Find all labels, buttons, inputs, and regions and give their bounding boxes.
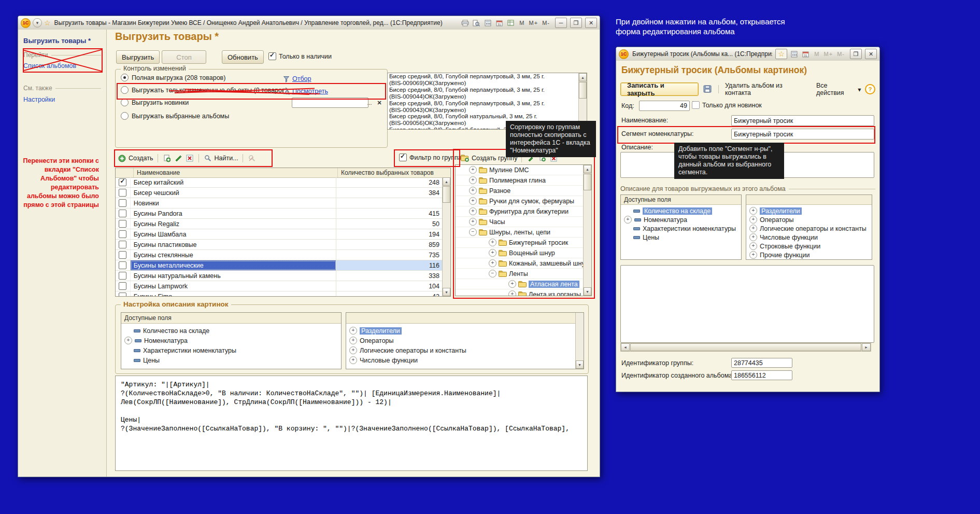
row-name[interactable]: Бусины натуральный камень [131, 271, 336, 281]
field-label[interactable]: Логические операторы и константы [360, 347, 466, 354]
field-item[interactable]: +Номенклатура [621, 215, 741, 224]
filter-by-groups-option[interactable]: Фильтр по группам [399, 154, 466, 161]
view-link-row[interactable]: Посмотреть [281, 87, 328, 96]
field-label[interactable]: Цены [643, 234, 659, 241]
expander-icon[interactable]: + [749, 216, 757, 224]
field-item[interactable]: +Прочие функции [746, 251, 872, 259]
tree-expander-icon[interactable]: + [469, 218, 477, 226]
field-label[interactable]: Характеристики номенклатуры [143, 347, 236, 354]
option-changed-only[interactable]: Выгружать только измененные объекты (0 т… [121, 86, 288, 94]
table-row[interactable]: Бусины пластиковые859 [116, 240, 443, 250]
table-row[interactable]: Бусины Fimo42 [116, 291, 443, 296]
row-name[interactable]: Бусины Шамбала [131, 229, 336, 239]
tree-item-label[interactable]: Бижутерный тросик [509, 239, 568, 246]
find-magnifier-icon[interactable] [203, 154, 212, 163]
row-name[interactable]: Бусины стеклянные [131, 250, 336, 260]
tree-item-label[interactable]: Полимерная глина [489, 177, 546, 184]
row-name[interactable]: Бисер китайский [131, 177, 336, 187]
clear-input-icon[interactable]: ✕ [375, 98, 384, 108]
field-item[interactable]: Количество на складе [121, 326, 341, 336]
expander-icon[interactable]: + [749, 207, 757, 215]
row-checkbox[interactable] [119, 282, 126, 290]
view-link[interactable]: Посмотреть [292, 88, 328, 95]
scroll-down-icon[interactable]: ▼ [584, 287, 591, 296]
new-items-input[interactable] [292, 98, 368, 108]
tree-expander-icon[interactable]: + [508, 290, 516, 296]
field-item[interactable]: +Логические операторы и константы [746, 224, 872, 233]
tree-item[interactable]: +Ручки для сумок, фермуары [456, 196, 584, 206]
formula-editor[interactable]: "Артикул: "|[Артикул]| ?(КоличествоНаСкл… [115, 376, 588, 471]
filter-link-row[interactable]: Отбор [281, 74, 311, 84]
tree-item[interactable]: +Разное [456, 186, 584, 196]
field-item[interactable]: +Операторы [746, 215, 872, 224]
scroll-left-icon[interactable]: ◄ [621, 343, 630, 351]
row-checkbox[interactable] [119, 178, 126, 186]
table-icon[interactable] [506, 19, 515, 27]
tree-item[interactable]: +Мулине DMC [456, 165, 584, 175]
full-upload-radio[interactable] [121, 74, 129, 81]
scrollbar-thumb[interactable] [630, 343, 861, 351]
table-row[interactable]: Бисер чешский384 [116, 188, 443, 198]
field-item[interactable]: +Операторы [346, 336, 576, 345]
field-label[interactable]: Числовые функции [360, 357, 418, 364]
tree-item-label[interactable]: Ручки для сумок, фермуары [489, 198, 574, 205]
tree-item[interactable]: +Часы [456, 217, 584, 227]
scroll-down-icon[interactable]: ▼ [576, 360, 584, 369]
tree-item-label[interactable]: Вощеный шнур [509, 249, 555, 257]
only-new-option[interactable]: Только для новинок [692, 101, 762, 109]
group-id-field[interactable]: 28774435 [731, 358, 792, 368]
preview-icon[interactable] [472, 19, 481, 27]
row-checkbox[interactable] [119, 251, 126, 259]
copy-icon[interactable] [162, 154, 172, 163]
tree-expander-icon[interactable]: + [489, 259, 496, 267]
print-icon[interactable] [460, 19, 470, 27]
expander-icon[interactable]: + [749, 251, 757, 259]
field-label[interactable]: Характеристики номенклатуры [643, 225, 736, 232]
table-row[interactable]: Бусины Lampwork104 [116, 281, 443, 291]
expander-icon[interactable]: + [349, 356, 357, 364]
field-label[interactable]: Логические операторы и константы [760, 225, 867, 232]
table-row[interactable]: Бусины стеклянные735 [116, 250, 443, 260]
field-label[interactable]: Разделители [760, 207, 802, 215]
scroll-up-icon[interactable]: ▲ [443, 177, 450, 186]
field-item[interactable]: +Разделители [746, 206, 872, 215]
tree-expander-icon[interactable]: + [469, 166, 477, 174]
tree-item-label[interactable]: Ленты [509, 270, 528, 277]
picker-ellipsis-button[interactable]: ... [364, 98, 375, 108]
calculator-icon[interactable] [789, 50, 799, 58]
field-item[interactable]: Количество на складе [621, 206, 741, 215]
horizontal-scrollbar[interactable]: ◄ ► [620, 343, 871, 352]
table-row[interactable]: Бусины Regaliz50 [116, 219, 443, 229]
maximize-button[interactable]: ❐ [850, 49, 862, 59]
field-item[interactable]: +Разделители [346, 326, 576, 336]
option-new-items[interactable]: Выгрузить новинки [121, 99, 189, 106]
expander-icon[interactable]: + [349, 346, 357, 354]
field-label[interactable]: Номенклатура [644, 216, 687, 224]
tree-item-label[interactable]: Атласная лента [529, 281, 579, 288]
code-field[interactable]: 49 [639, 101, 690, 111]
tree-item[interactable]: −Шнуры, ленты, цепи [456, 227, 584, 238]
scrollbar-thumb[interactable] [579, 82, 587, 99]
filter-link[interactable]: Отбор [292, 75, 311, 82]
delete-album-button[interactable]: Удалить альбом из контакта [725, 82, 808, 96]
row-name[interactable]: Бусины Lampwork [131, 281, 336, 291]
table-row[interactable]: Бусины металлические116 [116, 260, 443, 271]
table-row[interactable]: Бусины натуральный камень338 [116, 271, 443, 281]
scroll-down-icon[interactable]: ▼ [443, 288, 450, 296]
expander-icon[interactable]: + [349, 337, 357, 344]
column-qty[interactable]: Количество выбранных товаров [338, 168, 442, 177]
field-label[interactable]: Разделители [360, 327, 402, 335]
tree-item-label[interactable]: Кожаный, замшевый шнур [509, 260, 584, 267]
row-checkbox[interactable] [119, 220, 126, 228]
field-item[interactable]: +Номенклатура [121, 336, 341, 345]
create-plus-icon[interactable] [117, 154, 126, 163]
tree-item-label[interactable]: Шнуры, ленты, цепи [489, 229, 550, 236]
calendar-icon[interactable]: 31 [494, 19, 504, 27]
field-label[interactable]: Цены [143, 357, 160, 364]
row-name[interactable]: Бусины Regaliz [131, 219, 336, 229]
field-item[interactable]: +Строковые функции [746, 242, 872, 251]
close-button[interactable]: ✕ [585, 18, 597, 28]
row-checkbox[interactable] [119, 261, 126, 269]
table-row[interactable]: Бисер китайский248 [116, 177, 443, 188]
album-id-field[interactable]: 186556112 [731, 370, 792, 380]
